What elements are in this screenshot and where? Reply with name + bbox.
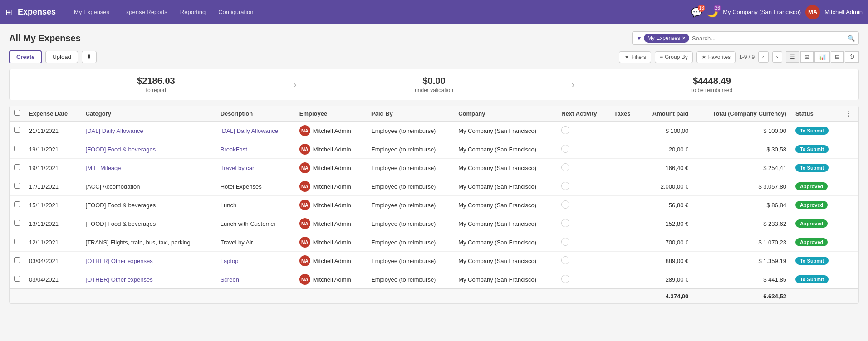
category-link[interactable]: [MIL] Mileage <box>86 165 121 171</box>
filter-chip-remove[interactable]: × <box>682 34 686 42</box>
summary-amount-1: $2186.03 <box>19 76 294 86</box>
col-status[interactable]: Status <box>791 106 841 121</box>
cell-taxes <box>609 252 639 270</box>
activity-dot[interactable] <box>561 219 569 227</box>
nav-configuration[interactable]: Configuration <box>213 6 259 18</box>
table-row: 21/11/2021 [DAL] Daily Allowance [DAL] D… <box>10 121 858 140</box>
activity-dot[interactable] <box>561 126 569 134</box>
col-next-activity[interactable]: Next Activity <box>557 106 609 121</box>
category-link[interactable]: [OTHER] Other expenses <box>86 276 153 283</box>
activity-dot[interactable] <box>561 163 569 171</box>
cell-amount-paid: 20,00 € <box>640 140 693 159</box>
row-checkbox-6[interactable] <box>14 239 20 244</box>
row-checkbox-8[interactable] <box>14 276 20 282</box>
col-taxes[interactable]: Taxes <box>609 106 639 121</box>
avatar[interactable]: MA <box>805 5 820 19</box>
col-company[interactable]: Company <box>454 106 557 121</box>
chat-notifications[interactable]: 💬 13 <box>691 7 702 18</box>
col-amount-paid[interactable]: Amount paid <box>640 106 693 121</box>
cell-date: 13/11/2021 <box>25 214 81 233</box>
activity-dot[interactable] <box>561 145 569 153</box>
category-link[interactable]: [FOOD] Food & beverages <box>86 146 156 153</box>
col-employee[interactable]: Employee <box>295 106 367 121</box>
select-all-checkbox[interactable] <box>14 110 20 116</box>
category-link[interactable]: [OTHER] Other expenses <box>86 258 153 264</box>
description-link[interactable]: Laptop <box>221 258 239 264</box>
page-header: All My Expenses ▼ My Expenses × 🔍 <box>9 31 859 45</box>
activity-notifications[interactable]: 🌙 26 <box>707 7 718 18</box>
cell-category[interactable]: [OTHER] Other expenses <box>81 270 216 289</box>
cell-next-activity[interactable] <box>557 214 609 233</box>
cell-next-activity[interactable] <box>557 252 609 270</box>
row-checkbox-5[interactable] <box>14 220 20 226</box>
row-checkbox-7[interactable] <box>14 257 20 263</box>
list-view-button[interactable]: ☰ <box>786 51 799 63</box>
nav-reporting[interactable]: Reporting <box>175 6 211 18</box>
cell-amount-paid: $ 100,00 <box>640 121 693 140</box>
activity-dot[interactable] <box>561 256 569 264</box>
description-link[interactable]: [DAL] Daily Allowance <box>221 127 278 134</box>
activity-dot[interactable] <box>561 182 569 190</box>
cell-category[interactable]: [FOOD] Food & beverages <box>81 140 216 159</box>
summary-arrow-2[interactable]: › <box>571 79 574 90</box>
cell-employee: MA Mitchell Admin <box>295 252 367 270</box>
nav-expense-reports[interactable]: Expense Reports <box>117 6 173 18</box>
cell-next-activity[interactable] <box>557 121 609 140</box>
pagination-next[interactable]: › <box>772 51 782 63</box>
cell-next-activity[interactable] <box>557 177 609 196</box>
category-link[interactable]: [DAL] Daily Allowance <box>86 127 143 134</box>
row-checkbox-0[interactable] <box>14 127 20 133</box>
cell-category[interactable]: [OTHER] Other expenses <box>81 252 216 270</box>
create-button[interactable]: Create <box>9 50 42 63</box>
row-checkbox-3[interactable] <box>14 183 20 189</box>
cell-next-activity[interactable] <box>557 233 609 252</box>
nav-menu: My Expenses Expense Reports Reporting Co… <box>69 6 687 18</box>
filters-button[interactable]: ▼ Filters <box>619 51 651 63</box>
cell-next-activity[interactable] <box>557 140 609 159</box>
upload-button[interactable]: Upload <box>45 51 78 63</box>
col-total[interactable]: Total (Company Currency) <box>693 106 791 121</box>
row-checkbox-4[interactable] <box>14 201 20 207</box>
col-expense-date[interactable]: Expense Date <box>25 106 81 121</box>
cell-category: [TRANS] Flights, train, bus, taxi, parki… <box>81 233 216 252</box>
cell-category[interactable]: [DAL] Daily Allowance <box>81 121 216 140</box>
activity-dot[interactable] <box>561 200 569 209</box>
cell-category[interactable]: [MIL] Mileage <box>81 159 216 177</box>
grid-icon[interactable]: ⊞ <box>5 7 12 17</box>
description-link[interactable]: Travel by car <box>221 165 255 171</box>
download-button[interactable]: ⬇ <box>82 51 97 63</box>
row-checkbox-2[interactable] <box>14 164 20 170</box>
summary-arrow-1[interactable]: › <box>294 79 297 90</box>
cell-employee: MA Mitchell Admin <box>295 214 367 233</box>
search-icon[interactable]: 🔍 <box>848 35 855 42</box>
activity-dot[interactable] <box>561 275 569 283</box>
cell-next-activity[interactable] <box>557 270 609 289</box>
kanban-view-button[interactable]: ⊞ <box>800 51 814 63</box>
col-description[interactable]: Description <box>216 106 295 121</box>
footer-total: 6.634,52 <box>693 289 791 303</box>
row-checkbox-1[interactable] <box>14 146 20 151</box>
groupby-button[interactable]: ≡ Group By <box>655 51 693 63</box>
cell-paid-by: Employee (to reimburse) <box>367 252 454 270</box>
activity-dot[interactable] <box>561 238 569 246</box>
pagination-prev[interactable]: ‹ <box>758 51 768 63</box>
description-link[interactable]: Screen <box>221 276 239 283</box>
toolbar: Create Upload ⬇ ▼ Filters ≡ Group By ★ F… <box>9 50 859 63</box>
col-paid-by[interactable]: Paid By <box>367 106 454 121</box>
cell-description[interactable]: [DAL] Daily Allowance <box>216 121 295 140</box>
cell-description[interactable]: Laptop <box>216 252 295 270</box>
cell-description[interactable]: Screen <box>216 270 295 289</box>
cell-description[interactable]: BreakFast <box>216 140 295 159</box>
status-badge: To Submit <box>795 257 829 265</box>
cell-next-activity[interactable] <box>557 159 609 177</box>
col-category[interactable]: Category <box>81 106 216 121</box>
activity-view-button[interactable]: ⏱ <box>845 51 859 63</box>
chart-view-button[interactable]: 📊 <box>814 51 830 63</box>
cell-next-activity[interactable] <box>557 196 609 214</box>
cell-description[interactable]: Travel by car <box>216 159 295 177</box>
nav-my-expenses[interactable]: My Expenses <box>69 6 115 18</box>
description-link[interactable]: BreakFast <box>221 146 247 153</box>
search-input[interactable] <box>692 35 848 42</box>
favorites-button[interactable]: ★ Favorites <box>696 51 736 63</box>
grid-view-button[interactable]: ⊟ <box>831 51 844 63</box>
